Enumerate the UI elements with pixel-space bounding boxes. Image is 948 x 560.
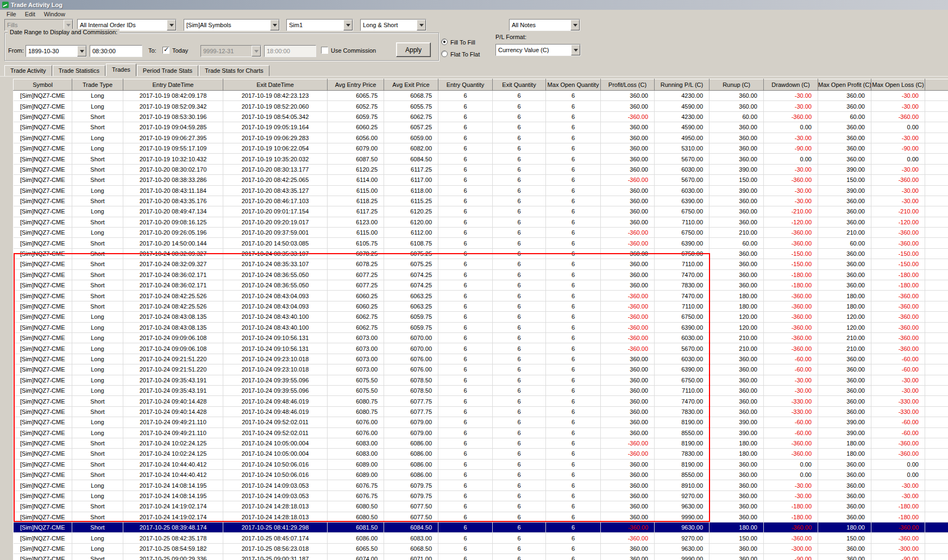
trade-row[interactable]: [Sim]NQZ7-CMELong2017-10-20 09:26:05.196… [14, 228, 948, 238]
today-label[interactable]: Today [172, 47, 188, 54]
trade-row[interactable]: [Sim]NQZ7-CMELong2017-10-19 08:52:09.342… [14, 101, 948, 111]
column-header[interactable]: Symbol [14, 79, 72, 91]
fill-to-fill-radio[interactable] [441, 39, 448, 45]
trade-row[interactable]: [Sim]NQZ7-CMEShort2017-10-20 08:38:33.28… [14, 175, 948, 185]
trade-row[interactable]: [Sim]NQZ7-CMEShort2017-10-24 10:44:40.41… [14, 459, 948, 469]
menu-window[interactable]: Window [40, 11, 70, 17]
trade-row[interactable]: [Sim]NQZ7-CMEShort2017-10-24 08:32:09.32… [14, 248, 948, 259]
use-commission-checkbox[interactable] [321, 47, 328, 54]
chevron-down-icon[interactable] [252, 46, 261, 56]
trade-row[interactable]: [Sim]NQZ7-CMELong2017-10-24 09:35:43.191… [14, 375, 948, 385]
tab-trades[interactable]: Trades [106, 64, 136, 76]
to-date-value: 9999-12-31 [201, 48, 252, 54]
fill-to-fill-label[interactable]: Fill To Fill [450, 39, 475, 46]
trade-row[interactable]: [Sim]NQZ7-CMEShort2017-10-19 09:04:59.28… [14, 122, 948, 133]
chevron-down-icon[interactable] [417, 20, 426, 30]
trade-row[interactable]: [Sim]NQZ7-CMEShort2017-10-19 08:53:30.19… [14, 111, 948, 122]
chevron-down-icon[interactable] [571, 45, 580, 55]
from-date-combo[interactable]: 1899-10-30 [26, 45, 87, 57]
trade-row[interactable]: [Sim]NQZ7-CMELong2017-10-24 08:43:08.135… [14, 312, 948, 322]
flat-to-flat-radio[interactable] [441, 51, 448, 57]
tab-trade-statistics[interactable]: Trade Statistics [53, 65, 105, 76]
trade-row[interactable]: [Sim]NQZ7-CMELong2017-10-24 14:08:14.195… [14, 490, 948, 501]
trade-row[interactable]: [Sim]NQZ7-CMEShort2017-10-24 09:40:14.42… [14, 396, 948, 406]
trade-row[interactable]: [Sim]NQZ7-CMELong2017-10-24 09:49:21.110… [14, 427, 948, 438]
chevron-down-icon[interactable] [77, 46, 86, 56]
column-header[interactable]: Entry [925, 79, 948, 91]
tab-trade-activity[interactable]: Trade Activity [4, 65, 52, 76]
direction-filter-combo[interactable]: Long & Short [360, 19, 426, 31]
column-header[interactable]: Trade Type [72, 79, 123, 91]
trade-row[interactable]: [Sim]NQZ7-CMELong2017-10-24 09:35:43.191… [14, 385, 948, 395]
trade-row[interactable]: [Sim]NQZ7-CMEShort2017-10-20 09:08:16.12… [14, 217, 948, 227]
trade-row[interactable]: [Sim]NQZ7-CMELong2017-10-24 09:09:06.108… [14, 343, 948, 354]
column-header[interactable]: Drawdown (C) [764, 79, 818, 91]
today-checkbox[interactable] [162, 47, 169, 54]
trade-row[interactable]: [Sim]NQZ7-CMELong2017-10-25 08:42:35.178… [14, 533, 948, 543]
tab-trade-stats-for-charts[interactable]: Trade Stats for Charts [199, 65, 269, 76]
column-header[interactable]: Entry Quantity [438, 79, 493, 91]
trade-row[interactable]: [Sim]NQZ7-CMEShort2017-10-24 10:44:40.41… [14, 470, 948, 480]
column-header[interactable]: Max Open Loss (C) [871, 79, 925, 91]
trade-row[interactable]: [Sim]NQZ7-CMEShort2017-10-24 09:40:14.42… [14, 406, 948, 417]
trade-row[interactable]: [Sim]NQZ7-CMEShort2017-10-24 08:32:09.32… [14, 259, 948, 269]
trade-row[interactable]: [Sim]NQZ7-CMELong2017-10-19 08:42:09.178… [14, 91, 948, 101]
apply-button[interactable]: Apply [396, 42, 431, 57]
trade-row[interactable]: [Sim]NQZ7-CMEShort2017-10-20 14:50:00.14… [14, 238, 948, 248]
tab-strip-baseline [0, 76, 948, 77]
trade-row[interactable]: [Sim]NQZ7-CMEShort2017-10-20 08:43:35.17… [14, 196, 948, 206]
symbols-filter-combo[interactable]: [Sim]All Symbols [184, 19, 280, 31]
trade-row[interactable]: [Sim]NQZ7-CMELong2017-10-24 09:21:51.220… [14, 354, 948, 364]
column-header[interactable]: Max Open Quantity [546, 79, 601, 91]
notes-filter-combo[interactable]: All Notes [509, 19, 580, 31]
trade-row[interactable]: [Sim]NQZ7-CMEShort2017-10-24 14:19:02.17… [14, 512, 948, 522]
menu-edit[interactable]: Edit [21, 11, 40, 17]
chevron-down-icon[interactable] [570, 20, 580, 30]
titlebar[interactable]: Trade Activity Log [0, 0, 948, 10]
column-header[interactable]: Avg Exit Price [384, 79, 438, 91]
use-commission-label[interactable]: Use Commission [331, 47, 376, 54]
tab-period-trade-stats[interactable]: Period Trade Stats [137, 65, 198, 76]
account-filter-combo[interactable]: Sim1 [286, 19, 353, 31]
trade-row[interactable]: [Sim]NQZ7-CMELong2017-10-24 08:43:08.135… [14, 322, 948, 332]
trade-row[interactable]: [Sim]NQZ7-CMEShort2017-10-24 10:02:24.12… [14, 449, 948, 459]
trade-row[interactable]: [Sim]NQZ7-CMEShort2017-10-20 08:30:02.17… [14, 164, 948, 174]
to-time-input[interactable] [264, 45, 316, 57]
pl-format-combo[interactable]: Currency Value (C) [495, 44, 581, 56]
column-header[interactable]: Exit Quantity [493, 79, 546, 91]
column-header[interactable]: Profit/Loss (C) [601, 79, 655, 91]
trade-row[interactable]: [Sim]NQZ7-CMEShort2017-10-25 08:39:48.17… [14, 523, 948, 533]
trade-activity-log-window: Trade Activity Log File Edit Window Fill… [0, 0, 948, 560]
trade-row[interactable]: [Sim]NQZ7-CMELong2017-10-24 14:08:14.195… [14, 480, 948, 490]
direction-filter-value: Long & Short [361, 22, 417, 28]
column-header[interactable]: Exit DateTime [223, 79, 328, 91]
column-header[interactable]: Entry DateTime [123, 79, 223, 91]
chevron-down-icon[interactable] [270, 20, 279, 30]
trade-row[interactable]: [Sim]NQZ7-CMEShort2017-10-24 10:02:24.12… [14, 438, 948, 448]
column-header[interactable]: Running P/L (C) [655, 79, 710, 91]
flat-to-flat-label[interactable]: Flat To Flat [450, 51, 480, 58]
column-header[interactable]: Max Open Profit (C) [818, 79, 871, 91]
trade-row[interactable]: [Sim]NQZ7-CMELong2017-10-25 08:54:59.182… [14, 543, 948, 553]
trade-row[interactable]: [Sim]NQZ7-CMEShort2017-10-19 10:32:10.43… [14, 154, 948, 164]
trade-row[interactable]: [Sim]NQZ7-CMELong2017-10-19 09:06:27.395… [14, 133, 948, 143]
trade-row[interactable]: [Sim]NQZ7-CMEShort2017-10-24 08:36:02.17… [14, 269, 948, 280]
trade-row[interactable]: [Sim]NQZ7-CMELong2017-10-19 09:55:17.109… [14, 143, 948, 153]
trade-row[interactable]: [Sim]NQZ7-CMELong2017-10-24 09:21:51.220… [14, 364, 948, 375]
trade-row[interactable]: [Sim]NQZ7-CMELong2017-10-24 09:49:21.110… [14, 417, 948, 427]
trade-row[interactable]: [Sim]NQZ7-CMELong2017-10-24 09:09:06.108… [14, 332, 948, 343]
to-date-combo[interactable]: 9999-12-31 [200, 45, 261, 57]
trade-row[interactable]: [Sim]NQZ7-CMEShort2017-10-24 08:42:25.52… [14, 301, 948, 311]
trade-row[interactable]: [Sim]NQZ7-CMELong2017-10-20 08:43:11.184… [14, 185, 948, 196]
column-header[interactable]: Runup (C) [710, 79, 764, 91]
chevron-down-icon[interactable] [343, 20, 353, 30]
column-header[interactable]: Avg Entry Price [328, 79, 384, 91]
chevron-down-icon[interactable] [167, 20, 176, 30]
from-time-input[interactable] [90, 45, 142, 57]
trade-row[interactable]: [Sim]NQZ7-CMEShort2017-10-24 08:36:02.17… [14, 280, 948, 291]
trade-row[interactable]: [Sim]NQZ7-CMELong2017-10-20 08:49:47.134… [14, 206, 948, 217]
menu-file[interactable]: File [2, 11, 21, 17]
trade-row[interactable]: [Sim]NQZ7-CMEShort2017-10-24 14:19:02.17… [14, 501, 948, 512]
trade-row[interactable]: [Sim]NQZ7-CMEShort2017-10-25 09:00:29.33… [14, 554, 948, 560]
trade-row[interactable]: [Sim]NQZ7-CMEShort2017-10-24 08:42:25.52… [14, 291, 948, 301]
